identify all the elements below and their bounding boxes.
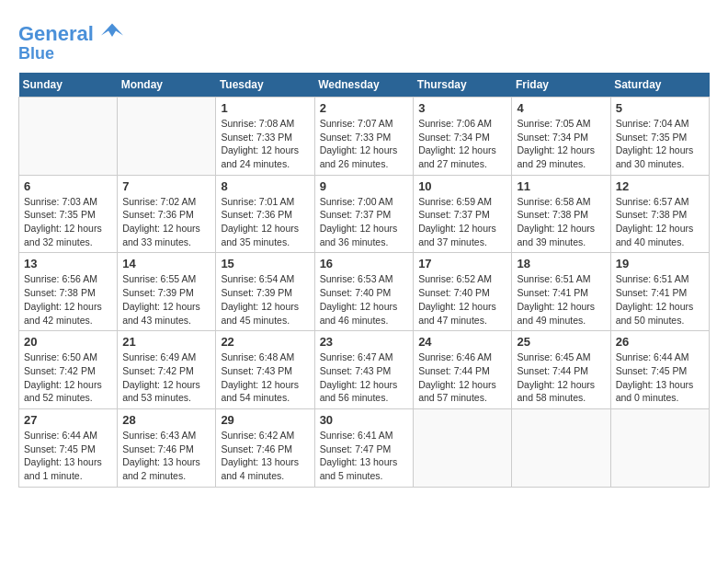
logo: General Blue (18, 18, 123, 63)
day-number: 9 (320, 179, 409, 193)
calendar-week-5: 27Sunrise: 6:44 AMSunset: 7:45 PMDayligh… (19, 408, 710, 487)
day-number: 29 (221, 413, 309, 427)
day-info: Sunrise: 6:49 AMSunset: 7:42 PMDaylight:… (122, 350, 210, 405)
day-number: 25 (517, 335, 605, 349)
calendar-table: SundayMondayTuesdayWednesdayThursdayFrid… (18, 73, 710, 488)
day-number: 8 (221, 179, 309, 193)
day-info: Sunrise: 7:03 AMSunset: 7:35 PMDaylight:… (24, 195, 112, 249)
calendar-week-3: 13Sunrise: 6:56 AMSunset: 7:38 PMDayligh… (19, 253, 710, 331)
calendar-cell: 18Sunrise: 6:51 AMSunset: 7:41 PMDayligh… (512, 253, 610, 331)
day-info: Sunrise: 6:58 AMSunset: 7:38 PMDaylight:… (517, 195, 605, 249)
day-info: Sunrise: 7:01 AMSunset: 7:36 PMDaylight:… (221, 195, 309, 249)
day-number: 22 (221, 335, 309, 349)
calendar-cell: 1Sunrise: 7:08 AMSunset: 7:33 PMDaylight… (216, 97, 314, 175)
calendar-cell: 15Sunrise: 6:54 AMSunset: 7:39 PMDayligh… (216, 253, 314, 331)
day-number: 27 (24, 413, 112, 427)
day-number: 1 (221, 101, 309, 115)
weekday-header-monday: Monday (118, 73, 216, 98)
calendar-cell: 12Sunrise: 6:57 AMSunset: 7:38 PMDayligh… (610, 175, 709, 253)
day-number: 5 (616, 101, 704, 115)
day-number: 20 (24, 335, 112, 349)
day-number: 12 (616, 179, 704, 193)
day-info: Sunrise: 6:51 AMSunset: 7:41 PMDaylight:… (616, 272, 704, 327)
day-number: 3 (418, 101, 506, 115)
day-info: Sunrise: 7:02 AMSunset: 7:36 PMDaylight:… (122, 195, 210, 249)
day-number: 16 (320, 257, 409, 270)
day-info: Sunrise: 6:44 AMSunset: 7:45 PMDaylight:… (24, 429, 112, 483)
weekday-header-friday: Friday (512, 73, 610, 98)
day-info: Sunrise: 6:53 AMSunset: 7:40 PMDaylight:… (320, 272, 409, 327)
day-info: Sunrise: 7:08 AMSunset: 7:33 PMDaylight:… (221, 117, 309, 171)
day-number: 28 (122, 413, 210, 427)
day-info: Sunrise: 6:57 AMSunset: 7:38 PMDaylight:… (616, 195, 704, 249)
calendar-cell: 29Sunrise: 6:42 AMSunset: 7:46 PMDayligh… (216, 408, 314, 487)
day-number: 2 (320, 101, 409, 115)
day-info: Sunrise: 6:47 AMSunset: 7:43 PMDaylight:… (320, 350, 409, 405)
day-number: 19 (616, 257, 704, 270)
calendar-cell: 17Sunrise: 6:52 AMSunset: 7:40 PMDayligh… (414, 253, 512, 331)
day-info: Sunrise: 7:06 AMSunset: 7:34 PMDaylight:… (418, 117, 506, 171)
weekday-header-sunday: Sunday (19, 73, 118, 98)
calendar-cell: 14Sunrise: 6:55 AMSunset: 7:39 PMDayligh… (118, 253, 216, 331)
day-number: 13 (24, 257, 112, 270)
calendar-cell (19, 97, 118, 175)
calendar-cell: 24Sunrise: 6:46 AMSunset: 7:44 PMDayligh… (414, 331, 512, 409)
calendar-cell: 7Sunrise: 7:02 AMSunset: 7:36 PMDaylight… (118, 175, 216, 253)
day-number: 7 (122, 179, 210, 193)
calendar-cell (512, 408, 610, 487)
day-info: Sunrise: 6:51 AMSunset: 7:41 PMDaylight:… (517, 272, 605, 327)
calendar-cell: 25Sunrise: 6:45 AMSunset: 7:44 PMDayligh… (512, 331, 610, 409)
day-info: Sunrise: 7:07 AMSunset: 7:33 PMDaylight:… (320, 117, 409, 171)
day-number: 15 (221, 257, 309, 270)
calendar-cell: 20Sunrise: 6:50 AMSunset: 7:42 PMDayligh… (19, 331, 118, 409)
page-header: General Blue (18, 18, 710, 63)
calendar-cell: 10Sunrise: 6:59 AMSunset: 7:37 PMDayligh… (414, 175, 512, 253)
day-info: Sunrise: 7:04 AMSunset: 7:35 PMDaylight:… (616, 117, 704, 171)
calendar-cell: 26Sunrise: 6:44 AMSunset: 7:45 PMDayligh… (610, 331, 709, 409)
day-info: Sunrise: 6:52 AMSunset: 7:40 PMDaylight:… (418, 272, 506, 327)
day-number: 10 (418, 179, 506, 193)
calendar-cell: 5Sunrise: 7:04 AMSunset: 7:35 PMDaylight… (610, 97, 709, 175)
logo-blue-text: Blue (18, 45, 123, 63)
calendar-cell: 13Sunrise: 6:56 AMSunset: 7:38 PMDayligh… (19, 253, 118, 331)
calendar-cell: 11Sunrise: 6:58 AMSunset: 7:38 PMDayligh… (512, 175, 610, 253)
calendar-cell: 4Sunrise: 7:05 AMSunset: 7:34 PMDaylight… (512, 97, 610, 175)
calendar-cell: 27Sunrise: 6:44 AMSunset: 7:45 PMDayligh… (19, 408, 118, 487)
day-info: Sunrise: 7:00 AMSunset: 7:37 PMDaylight:… (320, 195, 409, 249)
day-info: Sunrise: 6:43 AMSunset: 7:46 PMDaylight:… (122, 429, 210, 483)
day-info: Sunrise: 6:54 AMSunset: 7:39 PMDaylight:… (221, 272, 309, 327)
calendar-cell: 6Sunrise: 7:03 AMSunset: 7:35 PMDaylight… (19, 175, 118, 253)
day-number: 26 (616, 335, 704, 349)
day-info: Sunrise: 6:56 AMSunset: 7:38 PMDaylight:… (24, 272, 112, 327)
calendar-header-row: SundayMondayTuesdayWednesdayThursdayFrid… (19, 73, 710, 98)
day-number: 23 (320, 335, 409, 349)
calendar-cell: 30Sunrise: 6:41 AMSunset: 7:47 PMDayligh… (314, 408, 414, 487)
calendar-cell: 16Sunrise: 6:53 AMSunset: 7:40 PMDayligh… (314, 253, 414, 331)
logo-text: General (18, 18, 123, 45)
calendar-cell: 19Sunrise: 6:51 AMSunset: 7:41 PMDayligh… (610, 253, 709, 331)
day-info: Sunrise: 6:55 AMSunset: 7:39 PMDaylight:… (122, 272, 210, 327)
calendar-cell: 9Sunrise: 7:00 AMSunset: 7:37 PMDaylight… (314, 175, 414, 253)
day-info: Sunrise: 6:50 AMSunset: 7:42 PMDaylight:… (24, 350, 112, 405)
day-info: Sunrise: 6:46 AMSunset: 7:44 PMDaylight:… (418, 350, 506, 405)
logo-icon (101, 18, 123, 40)
day-info: Sunrise: 7:05 AMSunset: 7:34 PMDaylight:… (517, 117, 605, 171)
day-number: 24 (418, 335, 506, 349)
day-number: 18 (517, 257, 605, 270)
day-info: Sunrise: 6:44 AMSunset: 7:45 PMDaylight:… (616, 350, 704, 405)
day-info: Sunrise: 6:45 AMSunset: 7:44 PMDaylight:… (517, 350, 605, 405)
svg-marker-0 (101, 24, 123, 37)
day-number: 6 (24, 179, 112, 193)
calendar-cell: 23Sunrise: 6:47 AMSunset: 7:43 PMDayligh… (314, 331, 414, 409)
calendar-week-1: 1Sunrise: 7:08 AMSunset: 7:33 PMDaylight… (19, 97, 710, 175)
day-number: 17 (418, 257, 506, 270)
weekday-header-wednesday: Wednesday (314, 73, 414, 98)
calendar-cell: 2Sunrise: 7:07 AMSunset: 7:33 PMDaylight… (314, 97, 414, 175)
day-number: 14 (122, 257, 210, 270)
calendar-week-2: 6Sunrise: 7:03 AMSunset: 7:35 PMDaylight… (19, 175, 710, 253)
weekday-header-saturday: Saturday (610, 73, 709, 98)
calendar-cell (610, 408, 709, 487)
day-number: 21 (122, 335, 210, 349)
calendar-cell: 8Sunrise: 7:01 AMSunset: 7:36 PMDaylight… (216, 175, 314, 253)
weekday-header-thursday: Thursday (414, 73, 512, 98)
